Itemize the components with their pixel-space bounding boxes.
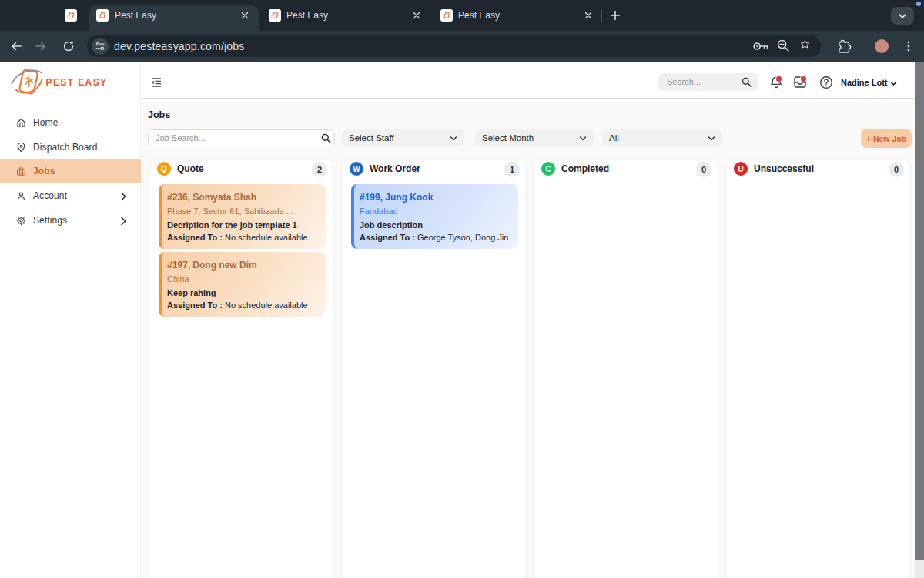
svg-text:PEST EASY: PEST EASY <box>46 77 108 88</box>
